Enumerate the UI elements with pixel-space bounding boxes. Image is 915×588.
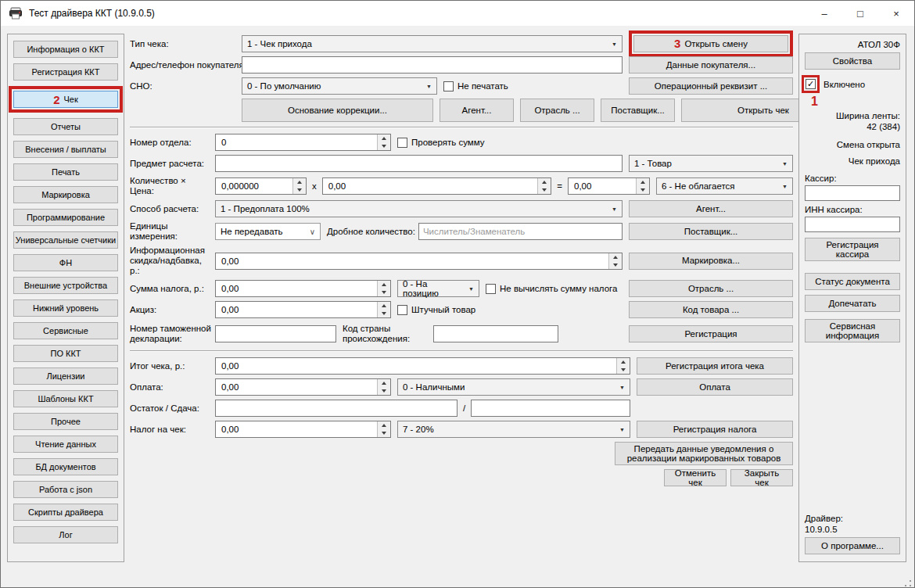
receipt-type-select[interactable]: 1 - Чек прихода ▼ xyxy=(242,35,623,52)
no-print-checkbox[interactable] xyxy=(443,81,454,91)
industry-button-top[interactable]: Отрасль ... xyxy=(520,99,594,122)
remainder-input[interactable] xyxy=(215,400,458,417)
spinner-buttons[interactable] xyxy=(292,178,306,194)
vat-type-select[interactable]: 6 - Не облагается ▼ xyxy=(656,177,793,195)
spinner-buttons[interactable] xyxy=(377,281,390,296)
sidebar-item-json[interactable]: Работа с json xyxy=(13,481,118,498)
position-sum-input[interactable] xyxy=(568,177,650,195)
payment-subject-input[interactable] xyxy=(215,155,623,172)
spinner-buttons[interactable] xyxy=(537,178,551,194)
sidebar-item-registration-kkt[interactable]: Регистрация ККТ xyxy=(13,63,118,81)
change-input[interactable] xyxy=(471,400,630,417)
receipt-tax-type-select[interactable]: 7 - 20% ▼ xyxy=(397,421,630,438)
spin-down-icon[interactable] xyxy=(609,261,622,269)
spinner-buttons[interactable] xyxy=(377,421,390,437)
spinner-buttons[interactable] xyxy=(377,379,390,395)
sidebar-item-deposits-payouts[interactable]: Внесения / выплаты xyxy=(13,141,118,158)
sidebar-item-kkt-templates[interactable]: Шаблоны ККТ xyxy=(13,390,118,407)
sidebar-item-kkt-software[interactable]: ПО ККТ xyxy=(13,345,118,362)
payment-method-select[interactable]: 1 - Предоплата 100% ▼ xyxy=(215,200,623,217)
spin-up-icon[interactable] xyxy=(609,253,622,261)
register-total-button[interactable]: Регистрация итога чека xyxy=(637,357,793,375)
spin-up-icon[interactable] xyxy=(637,178,649,186)
supplier-button[interactable]: Поставщик... xyxy=(629,223,793,240)
marking-button[interactable]: Маркировка... xyxy=(629,253,793,270)
receipt-total-input[interactable] xyxy=(215,357,630,375)
agent-button[interactable]: Агент... xyxy=(629,200,793,217)
spinner-buttons[interactable] xyxy=(636,178,649,194)
spin-down-icon[interactable] xyxy=(378,142,390,150)
about-button[interactable]: О программе... xyxy=(805,537,900,554)
sidebar-item-programming[interactable]: Программирование xyxy=(13,209,118,226)
service-info-button[interactable]: Сервисная информация xyxy=(805,319,900,342)
spin-down-icon[interactable] xyxy=(617,366,630,374)
sidebar-item-read-data[interactable]: Чтение данных xyxy=(13,436,118,453)
sidebar-item-info-kkt[interactable]: Информация о ККТ xyxy=(13,41,118,58)
sno-select[interactable]: 0 - По умолчанию ▼ xyxy=(242,77,437,95)
info-discount-input[interactable] xyxy=(215,253,623,270)
fraction-qty-input[interactable] xyxy=(418,223,623,240)
maximize-button[interactable]: □ xyxy=(842,1,878,26)
country-code-input[interactable] xyxy=(433,325,558,342)
register-tax-button[interactable]: Регистрация налога xyxy=(637,421,793,438)
check-sum-checkbox[interactable] xyxy=(397,138,407,148)
minimize-button[interactable]: – xyxy=(806,1,842,26)
properties-button[interactable]: Свойства xyxy=(805,52,900,70)
buyer-data-button[interactable]: Данные покупателя... xyxy=(629,56,793,74)
sidebar-item-reports[interactable]: Отчеты xyxy=(13,118,118,135)
sidebar-item-external-devices[interactable]: Внешние устройства xyxy=(13,277,118,294)
spin-up-icon[interactable] xyxy=(378,134,390,142)
piece-goods-checkbox[interactable] xyxy=(397,305,407,315)
spin-up-icon[interactable] xyxy=(378,379,390,387)
open-shift-button[interactable]: 3 Открыть смену xyxy=(633,35,788,52)
resize-grip[interactable] xyxy=(904,579,912,587)
sidebar-item-driver-scripts[interactable]: Скрипты драйвера xyxy=(13,504,118,521)
sidebar-item-marking[interactable]: Маркировка xyxy=(13,186,118,203)
sidebar-item-universal-counters[interactable]: Универсальные счетчики xyxy=(13,231,118,249)
spin-down-icon[interactable] xyxy=(378,289,390,296)
spin-down-icon[interactable] xyxy=(637,186,649,194)
excise-input[interactable] xyxy=(215,301,391,318)
cashier-inn-input[interactable] xyxy=(805,217,900,232)
payment-type-select[interactable]: 0 - Наличными ▼ xyxy=(397,378,630,396)
measure-unit-select[interactable]: Не передавать ∨ xyxy=(215,223,321,240)
sidebar-item-doc-db[interactable]: БД документов xyxy=(13,458,118,475)
payment-sum-input[interactable] xyxy=(215,378,391,396)
supplier-button-top[interactable]: Поставщик... xyxy=(601,99,675,122)
marking-notification-button[interactable]: Передать данные уведомления о реализации… xyxy=(615,442,793,465)
spin-up-icon[interactable] xyxy=(538,178,551,186)
sidebar-item-check[interactable]: 2 Чек xyxy=(13,91,118,108)
customs-declaration-input[interactable] xyxy=(215,325,336,342)
quantity-input[interactable] xyxy=(215,177,307,195)
tax-mode-select[interactable]: 0 - На позицию ▼ xyxy=(397,280,479,297)
reprint-button[interactable]: Допечатать xyxy=(805,295,900,312)
sidebar-item-fn[interactable]: ФН xyxy=(13,254,118,271)
close-button[interactable]: × xyxy=(878,1,914,26)
tax-sum-input[interactable] xyxy=(215,280,391,297)
sidebar-item-service[interactable]: Сервисные xyxy=(13,322,118,339)
spin-down-icon[interactable] xyxy=(293,186,306,194)
register-cashier-button[interactable]: Регистрация кассира xyxy=(805,238,900,261)
receipt-tax-input[interactable] xyxy=(215,421,391,438)
spin-up-icon[interactable] xyxy=(293,178,306,186)
operational-attr-button[interactable]: Операционный реквизит ... xyxy=(629,77,793,95)
payment-subject-type-select[interactable]: 1 - Товар ▼ xyxy=(629,155,793,172)
spin-down-icon[interactable] xyxy=(538,186,551,194)
payment-button[interactable]: Оплата xyxy=(637,378,793,396)
spin-down-icon[interactable] xyxy=(378,387,390,395)
sidebar-item-other[interactable]: Прочее xyxy=(13,413,118,430)
spin-up-icon[interactable] xyxy=(378,302,390,310)
spin-down-icon[interactable] xyxy=(378,429,390,437)
spinner-buttons[interactable] xyxy=(616,358,630,374)
spin-up-icon[interactable] xyxy=(378,281,390,289)
correction-basis-button[interactable]: Основание коррекции... xyxy=(242,99,433,122)
sidebar-item-licenses[interactable]: Лицензии xyxy=(13,368,118,385)
doc-status-button[interactable]: Статус документа xyxy=(805,273,900,290)
spinner-buttons[interactable] xyxy=(377,302,390,317)
department-input[interactable] xyxy=(215,134,391,151)
industry-button[interactable]: Отрасль ... xyxy=(629,280,793,297)
spin-up-icon[interactable] xyxy=(617,358,630,366)
close-receipt-button[interactable]: Закрыть чек xyxy=(730,469,793,486)
buyer-address-input[interactable] xyxy=(242,56,623,74)
sidebar-item-low-level[interactable]: Нижний уровень xyxy=(13,299,118,317)
